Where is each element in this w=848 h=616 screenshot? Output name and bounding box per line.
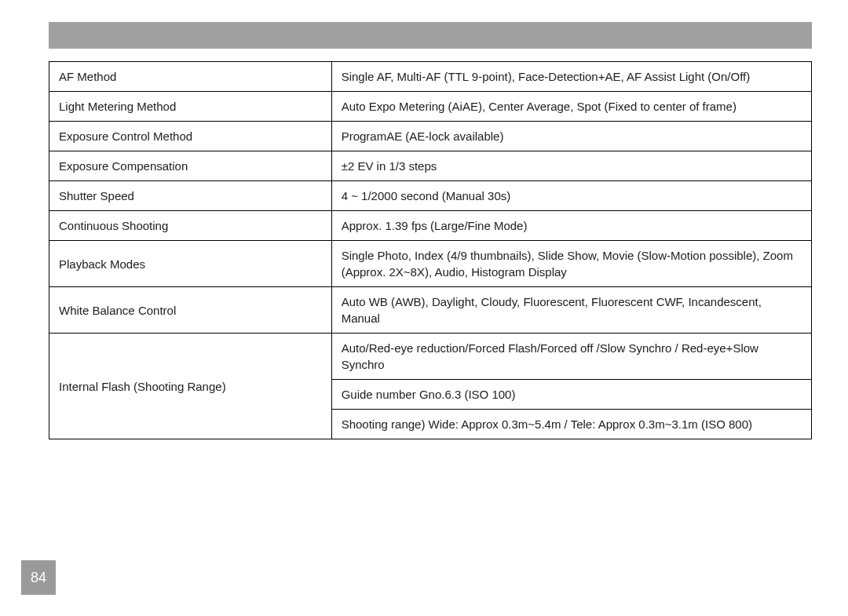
table-row: Shutter Speed4 ~ 1/2000 second (Manual 3…: [49, 181, 812, 211]
spec-label: Playback Modes: [59, 257, 145, 271]
table-row: Exposure Compensation±2 EV in 1/3 steps: [49, 151, 812, 181]
spec-value-cell: Single AF, Multi-AF (TTL 9-point), Face-…: [331, 62, 811, 92]
spec-value: Auto Expo Metering (AiAE), Center Averag…: [342, 100, 737, 113]
spec-value-cell: ±2 EV in 1/3 steps: [331, 151, 811, 181]
spec-label-cell: Shutter Speed: [49, 181, 332, 211]
document-page: AF MethodSingle AF, Multi-AF (TTL 9-poin…: [0, 0, 848, 616]
header-bar: [49, 22, 812, 49]
spec-label-cell: Playback Modes: [49, 241, 332, 287]
spec-value-cell: Auto Expo Metering (AiAE), Center Averag…: [331, 92, 811, 122]
page-number-box: 84: [21, 560, 56, 595]
spec-label: AF Method: [59, 70, 116, 83]
spec-value-cell: Guide number Gno.6.3 (ISO 100): [331, 380, 811, 410]
spec-value-cell: Auto/Red-eye reduction/Forced Flash/Forc…: [331, 334, 811, 380]
spec-value: 4 ~ 1/2000 second (Manual 30s): [342, 189, 511, 202]
spec-label: Light Metering Method: [59, 100, 176, 113]
spec-label-cell: Internal Flash (Shooting Range): [49, 334, 332, 439]
spec-label-cell: White Balance Control: [49, 287, 332, 334]
page-number: 84: [31, 570, 46, 586]
spec-label: Continuous Shooting: [59, 219, 168, 232]
spec-value: Single AF, Multi-AF (TTL 9-point), Face-…: [342, 70, 751, 83]
table-row: Internal Flash (Shooting Range)Auto/Red-…: [49, 334, 812, 380]
spec-label: Exposure Control Method: [59, 129, 192, 143]
spec-value-cell: Single Photo, Index (4/9 thumbnails), Sl…: [331, 241, 811, 287]
spec-value-cell: Auto WB (AWB), Daylight, Cloudy, Fluores…: [331, 287, 811, 334]
spec-value: Auto/Red-eye reduction/Forced Flash/Forc…: [342, 341, 758, 371]
spec-value-cell: 4 ~ 1/2000 second (Manual 30s): [331, 181, 811, 211]
spec-value-cell: Shooting range) Wide: Approx 0.3m~5.4m /…: [331, 410, 811, 439]
table-row: Playback ModesSingle Photo, Index (4/9 t…: [49, 241, 812, 287]
spec-label-cell: Continuous Shooting: [49, 211, 332, 241]
table-row: Exposure Control MethodProgramAE (AE-loc…: [49, 122, 812, 151]
spec-table-body: AF MethodSingle AF, Multi-AF (TTL 9-poin…: [49, 62, 812, 439]
spec-table: AF MethodSingle AF, Multi-AF (TTL 9-poin…: [49, 61, 812, 439]
table-row: AF MethodSingle AF, Multi-AF (TTL 9-poin…: [49, 62, 812, 92]
spec-value-cell: Approx. 1.39 fps (Large/Fine Mode): [331, 211, 811, 241]
spec-value: Guide number Gno.6.3 (ISO 100): [342, 388, 516, 401]
table-row: Light Metering MethodAuto Expo Metering …: [49, 92, 812, 122]
spec-label-cell: Light Metering Method: [49, 92, 332, 122]
spec-label: White Balance Control: [59, 304, 176, 317]
table-row: White Balance ControlAuto WB (AWB), Dayl…: [49, 287, 812, 334]
spec-value: Auto WB (AWB), Daylight, Cloudy, Fluores…: [342, 295, 762, 325]
spec-label-cell: AF Method: [49, 62, 332, 92]
spec-label: Shutter Speed: [59, 189, 134, 202]
spec-value: ProgramAE (AE-lock available): [342, 129, 504, 143]
spec-label-cell: Exposure Control Method: [49, 122, 332, 151]
spec-value-cell: ProgramAE (AE-lock available): [331, 122, 811, 151]
spec-label: Internal Flash (Shooting Range): [59, 380, 226, 393]
spec-value: Single Photo, Index (4/9 thumbnails), Sl…: [342, 249, 793, 279]
spec-value: ±2 EV in 1/3 steps: [342, 159, 437, 173]
table-row: Continuous ShootingApprox. 1.39 fps (Lar…: [49, 211, 812, 241]
spec-label-cell: Exposure Compensation: [49, 151, 332, 181]
spec-label: Exposure Compensation: [59, 159, 188, 173]
spec-value: Approx. 1.39 fps (Large/Fine Mode): [342, 219, 528, 232]
spec-value: Shooting range) Wide: Approx 0.3m~5.4m /…: [342, 417, 752, 431]
